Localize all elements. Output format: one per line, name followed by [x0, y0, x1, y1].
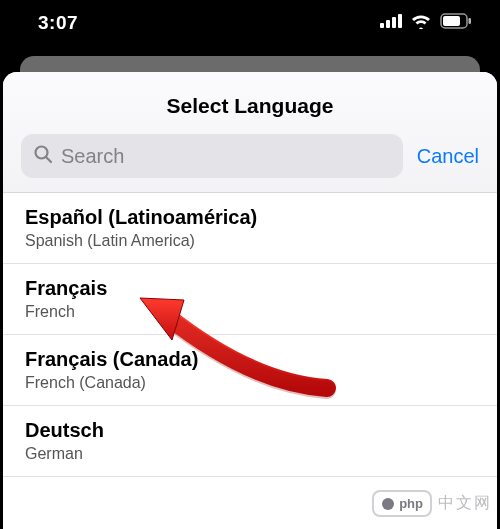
- svg-rect-3: [398, 14, 402, 28]
- page-title: Select Language: [21, 94, 479, 118]
- language-secondary: German: [25, 445, 475, 463]
- svg-point-10: [382, 498, 394, 510]
- language-secondary: Spanish (Latin America): [25, 232, 475, 250]
- search-icon: [33, 144, 53, 168]
- cancel-button[interactable]: Cancel: [417, 145, 479, 168]
- svg-line-8: [46, 157, 51, 162]
- search-placeholder: Search: [61, 145, 124, 168]
- battery-icon: [440, 13, 472, 33]
- language-primary: Español (Latinoamérica): [25, 206, 475, 229]
- search-input[interactable]: Search: [21, 134, 403, 178]
- status-bar: 3:07: [0, 0, 500, 54]
- svg-rect-1: [386, 20, 390, 28]
- watermark-text: 中文网: [438, 493, 492, 514]
- svg-rect-2: [392, 17, 396, 28]
- language-sheet: Select Language Search Cancel Español (L…: [3, 72, 497, 529]
- svg-rect-0: [380, 23, 384, 28]
- watermark: php 中文网: [372, 490, 492, 517]
- svg-rect-5: [443, 16, 460, 26]
- status-icons: [380, 13, 472, 33]
- elephant-icon: [381, 497, 395, 511]
- language-item-spanish-la[interactable]: Español (Latinoamérica) Spanish (Latin A…: [3, 193, 497, 264]
- svg-rect-6: [469, 18, 472, 24]
- watermark-badge-text: php: [399, 496, 423, 511]
- language-primary: Français: [25, 277, 475, 300]
- search-row: Search Cancel: [21, 134, 479, 178]
- language-item-german[interactable]: Deutsch German: [3, 406, 497, 477]
- language-item-french[interactable]: Français French: [3, 264, 497, 335]
- language-list: Español (Latinoamérica) Spanish (Latin A…: [3, 193, 497, 477]
- wifi-icon: [410, 13, 432, 33]
- language-primary: Deutsch: [25, 419, 475, 442]
- language-item-french-ca[interactable]: Français (Canada) French (Canada): [3, 335, 497, 406]
- language-secondary: French: [25, 303, 475, 321]
- sheet-header: Select Language Search Cancel: [3, 72, 497, 193]
- cellular-icon: [380, 14, 402, 32]
- watermark-badge: php: [372, 490, 432, 517]
- language-primary: Français (Canada): [25, 348, 475, 371]
- language-secondary: French (Canada): [25, 374, 475, 392]
- status-time: 3:07: [38, 12, 78, 34]
